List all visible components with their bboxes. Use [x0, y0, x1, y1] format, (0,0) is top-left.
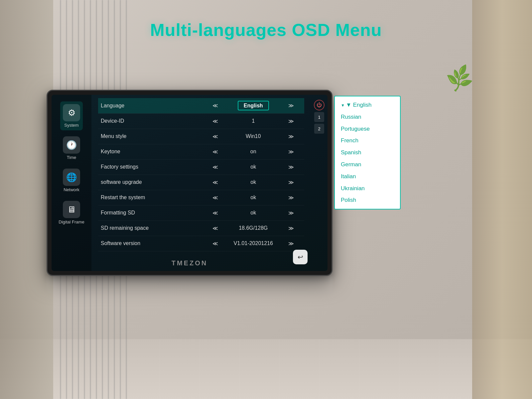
arrow-right-icon[interactable]: ≫ — [286, 175, 304, 190]
arrow-right-icon[interactable]: ≫ — [286, 190, 304, 205]
arrow-left-icon[interactable]: ≪ — [202, 220, 221, 236]
arrow-right-icon[interactable]: ≫ — [286, 113, 304, 129]
menu-value: 1 — [221, 113, 286, 129]
main-menu: Language ≪ English ≫ Device-ID ≪ 1 ≫ Men… — [91, 95, 311, 271]
monitor-reflection — [47, 276, 332, 296]
sidebar-item-system[interactable]: ⚙ System — [60, 101, 83, 130]
sidebar-label-system: System — [64, 123, 78, 128]
menu-row[interactable]: SD remaining space ≪ 18.6G/128G ≫ — [98, 220, 304, 236]
arrow-left-icon[interactable]: ≪ — [202, 129, 221, 144]
sidebar-item-time[interactable]: 🕐 Time — [60, 134, 83, 163]
menu-label: Factory settings — [98, 159, 202, 175]
arrow-left-icon[interactable]: ≪ — [202, 159, 221, 175]
language-option[interactable]: German — [335, 159, 400, 171]
sidebar-label-digital-frame: Digital Frame — [59, 219, 84, 224]
sidebar-item-digital-frame[interactable]: 🖥 Digital Frame — [56, 198, 87, 227]
menu-row[interactable]: Restart the system ≪ ok ≫ — [98, 190, 304, 205]
menu-row[interactable]: Language ≪ English ≫ — [98, 98, 304, 113]
menu-label: Menu style — [98, 129, 202, 144]
arrow-left-icon[interactable]: ≪ — [202, 205, 221, 220]
menu-label: SD remaining space — [98, 220, 202, 236]
wood-panel — [472, 0, 532, 399]
menu-value: ok — [221, 175, 286, 190]
menu-label: Formatting SD — [98, 205, 202, 220]
menu-value: Win10 — [221, 129, 286, 144]
arrow-left-icon[interactable]: ≪ — [202, 144, 221, 159]
screen-content: ⚙ System 🕐 Time 🌐 Network 🖥 Digital Fram… — [52, 95, 328, 271]
menu-label: Device-ID — [98, 113, 202, 129]
arrow-right-icon[interactable]: ≫ — [286, 129, 304, 144]
digital-frame-icon: 🖥 — [63, 201, 80, 218]
menu-row[interactable]: Menu style ≪ Win10 ≫ — [98, 129, 304, 144]
arrow-right-icon[interactable]: ≫ — [286, 220, 304, 236]
monitor-frame: ⚙ System 🕐 Time 🌐 Network 🖥 Digital Fram… — [47, 90, 332, 276]
menu-row[interactable]: software upgrade ≪ ok ≫ — [98, 175, 304, 190]
menu-label: Software version — [98, 236, 202, 251]
arrow-left-icon[interactable]: ≪ — [202, 175, 221, 190]
arrow-right-icon[interactable]: ≫ — [286, 159, 304, 175]
channel-2-button[interactable]: 2 — [314, 124, 324, 134]
arrow-right-icon[interactable]: ≫ — [286, 98, 304, 113]
menu-value: on — [221, 144, 286, 159]
arrow-right-icon[interactable]: ≫ — [286, 205, 304, 220]
brand-logo: TMEZON — [172, 259, 207, 267]
arrow-left-icon[interactable]: ≪ — [202, 113, 221, 129]
network-icon: 🌐 — [63, 169, 80, 186]
language-option[interactable]: Portuguese — [335, 123, 400, 135]
language-dropdown[interactable]: ▼ EnglishRussianPortugueseFrenchSpanishG… — [334, 96, 401, 209]
sidebar-item-network[interactable]: 🌐 Network — [60, 166, 83, 195]
language-option[interactable]: Ukrainian — [335, 183, 400, 195]
menu-label: software upgrade — [98, 175, 202, 190]
menu-label: Restart the system — [98, 190, 202, 205]
language-option[interactable]: ▼ English — [335, 99, 400, 111]
menu-value: 18.6G/128G — [221, 220, 286, 236]
language-option[interactable]: Polish — [335, 194, 400, 206]
back-button[interactable]: ↩ — [293, 250, 308, 264]
arrow-right-icon[interactable]: ≫ — [286, 144, 304, 159]
language-option[interactable]: Russian — [335, 111, 400, 123]
arrow-left-icon[interactable]: ≪ — [202, 236, 221, 251]
menu-value: V1.01-20201216 — [221, 236, 286, 251]
arrow-left-icon[interactable]: ≪ — [202, 190, 221, 205]
arrow-right-icon[interactable]: ≫ — [286, 236, 304, 251]
sidebar-label-time: Time — [67, 155, 76, 160]
menu-row[interactable]: Keytone ≪ on ≫ — [98, 144, 304, 159]
language-option[interactable]: Spanish — [335, 147, 400, 159]
power-button[interactable]: ⏻ — [314, 100, 325, 110]
menu-row[interactable]: Device-ID ≪ 1 ≫ — [98, 113, 304, 129]
settings-table: Language ≪ English ≫ Device-ID ≪ 1 ≫ Men… — [98, 98, 304, 251]
sidebar: ⚙ System 🕐 Time 🌐 Network 🖥 Digital Fram… — [52, 95, 91, 271]
language-option[interactable]: Italian — [335, 171, 400, 183]
channel-1-button[interactable]: 1 — [314, 112, 324, 122]
menu-row[interactable]: Software version ≪ V1.01-20201216 ≫ — [98, 236, 304, 251]
arrow-left-icon[interactable]: ≪ — [202, 98, 221, 113]
page-title: Multi-languages OSD Menu — [0, 20, 532, 40]
power-area: ⏻ 1 2 — [311, 95, 328, 271]
curtain — [0, 0, 53, 399]
sidebar-label-network: Network — [64, 187, 79, 192]
monitor-screen: ⚙ System 🕐 Time 🌐 Network 🖥 Digital Fram… — [52, 95, 328, 271]
language-option[interactable]: French — [335, 135, 400, 147]
menu-value: ok — [221, 159, 286, 175]
menu-row[interactable]: Factory settings ≪ ok ≫ — [98, 159, 304, 175]
time-icon: 🕐 — [63, 136, 80, 154]
menu-label: Keytone — [98, 144, 202, 159]
menu-row[interactable]: Formatting SD ≪ ok ≫ — [98, 205, 304, 220]
system-icon: ⚙ — [63, 104, 80, 121]
menu-value: ok — [221, 190, 286, 205]
menu-label: Language — [98, 98, 202, 113]
menu-value: ok — [221, 205, 286, 220]
language-value: English — [238, 101, 269, 110]
